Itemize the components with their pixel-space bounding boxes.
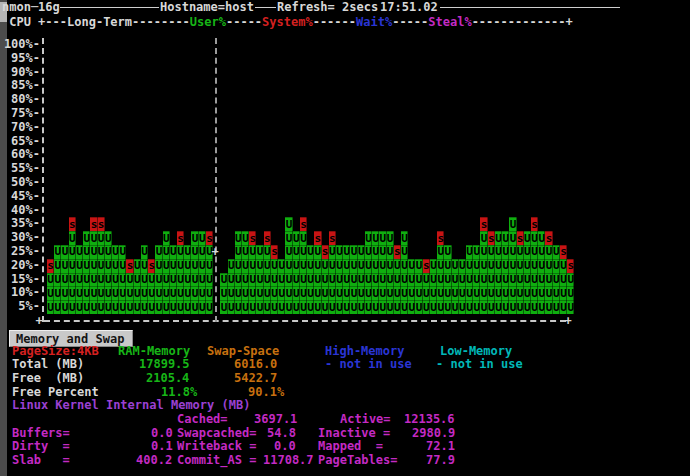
cpu-cell-user: U: [112, 286, 119, 300]
cpu-cell-user: U: [199, 259, 206, 273]
cpu-cell-user: U: [126, 300, 133, 314]
cpu-cell-user: U: [473, 245, 480, 259]
cpu-cell-user: U: [76, 300, 83, 314]
cpu-cell-user: U: [495, 259, 502, 273]
cpu-cell-user: U: [235, 259, 242, 273]
cpu-cell-user: U: [560, 300, 567, 314]
cpu-cell-user: U: [350, 286, 357, 300]
cpu-cell-user: U: [285, 245, 292, 259]
cpu-cell-user: U: [502, 286, 509, 300]
y-axis-label: 30%-: [0, 231, 40, 245]
cpu-cell-user: U: [444, 259, 451, 273]
cpu-cell-user: U: [524, 286, 531, 300]
cpu-cell-user: U: [54, 286, 61, 300]
y-axis-label: 5%-: [0, 300, 40, 314]
cpu-cell-user: U: [401, 231, 408, 245]
cpu-cell-user: U: [235, 231, 242, 245]
cpu-cell-system: s: [206, 231, 213, 245]
cpu-cell-user: U: [47, 300, 54, 314]
cpu-cell-user: U: [495, 273, 502, 287]
cpu-cell-user: U: [372, 231, 379, 245]
memory-text: 0.0: [151, 427, 173, 441]
cpu-cell-user: U: [517, 259, 524, 273]
cpu-cell-user: U: [271, 259, 278, 273]
cpu-cell-user: U: [488, 245, 495, 259]
cpu-cell-user: U: [307, 259, 314, 273]
cpu-cell-user: U: [83, 245, 90, 259]
y-axis-label: 95%-: [0, 52, 40, 66]
cpu-cell-user: U: [437, 273, 444, 287]
cpu-cell-user: U: [538, 286, 545, 300]
y-axis-line: [42, 38, 44, 322]
cpu-cell-user: U: [54, 300, 61, 314]
cpu-cell-user: U: [300, 286, 307, 300]
memory-text: RAM-Memory: [118, 345, 190, 359]
memory-text: PageTables=: [318, 454, 397, 468]
cpu-cell-user: U: [177, 273, 184, 287]
cpu-cell-user: U: [372, 245, 379, 259]
cpu-cell-user: U: [264, 300, 271, 314]
cpu-cell-user: U: [545, 273, 552, 287]
cpu-cell-user: U: [394, 273, 401, 287]
cpu-cell-user: U: [466, 259, 473, 273]
cpu-cell-user: U: [90, 286, 97, 300]
cpu-cell-user: U: [502, 245, 509, 259]
cpu-cell-user: U: [184, 245, 191, 259]
memory-text: Swap-Space: [207, 345, 279, 359]
cpu-cell-user: U: [256, 286, 263, 300]
cpu-cell-user: U: [76, 286, 83, 300]
memory-text: Active=: [340, 413, 391, 427]
cpu-cell-user: U: [293, 259, 300, 273]
memory-row: Dirty =0.1Writeback =0.0Mapped =72.1: [0, 440, 690, 454]
cpu-cell-user: U: [379, 286, 386, 300]
cpu-cell-user: U: [285, 259, 292, 273]
cpu-cell-user: U: [228, 286, 235, 300]
cpu-cell-user: U: [459, 259, 466, 273]
memory-text: 2980.9: [412, 427, 455, 441]
cpu-cell-user: U: [285, 286, 292, 300]
cpu-cell-user: U: [105, 245, 112, 259]
cpu-cell-user: U: [466, 245, 473, 259]
memory-text: Writeback =: [177, 440, 256, 454]
cpu-header-segment: Steal%: [428, 15, 471, 29]
cpu-cell-user: U: [387, 259, 394, 273]
cpu-cell-user: U: [61, 300, 68, 314]
cpu-cell-user: U: [307, 300, 314, 314]
cpu-cell-user: U: [271, 286, 278, 300]
cpu-cell-user: U: [480, 245, 487, 259]
cpu-cell-user: U: [112, 300, 119, 314]
cpu-cell-user: U: [524, 245, 531, 259]
cpu-header-segment: CPU +---Long-Term--------: [2, 15, 190, 29]
cpu-cell-user: U: [553, 300, 560, 314]
cpu-cell-user: U: [191, 259, 198, 273]
y-axis-label: 20%-: [0, 259, 40, 273]
cpu-cell-user: U: [452, 273, 459, 287]
cpu-cell-user: U: [394, 300, 401, 314]
cpu-cell-user: U: [524, 259, 531, 273]
cpu-cell-user: U: [466, 273, 473, 287]
cpu-cell-user: U: [141, 273, 148, 287]
cpu-cell-user: U: [228, 273, 235, 287]
cpu-cell-user: U: [83, 273, 90, 287]
cpu-cell-user: U: [553, 259, 560, 273]
cpu-cell-user: U: [430, 273, 437, 287]
memory-text: 11708.7: [263, 454, 314, 468]
cpu-cell-user: U: [206, 259, 213, 273]
cpu-cell-user: U: [560, 273, 567, 287]
cpu-cell-user: U: [322, 286, 329, 300]
cpu-cell-user: U: [452, 300, 459, 314]
cpu-cell-user: U: [343, 245, 350, 259]
memory-text: 17899.5: [139, 358, 190, 372]
cpu-cell-user: U: [531, 273, 538, 287]
cpu-cell-user: U: [488, 300, 495, 314]
chart-plus-marker: +: [564, 314, 572, 328]
cpu-cell-user: U: [199, 245, 206, 259]
cpu-cell-user: U: [126, 286, 133, 300]
cpu-cell-user: U: [170, 259, 177, 273]
cpu-cell-user: U: [285, 273, 292, 287]
y-axis-label: 55%-: [0, 162, 40, 176]
y-axis-label: 40%-: [0, 204, 40, 218]
cpu-cell-user: U: [394, 286, 401, 300]
cpu-cell-user: U: [249, 245, 256, 259]
cpu-cell-user: U: [387, 300, 394, 314]
